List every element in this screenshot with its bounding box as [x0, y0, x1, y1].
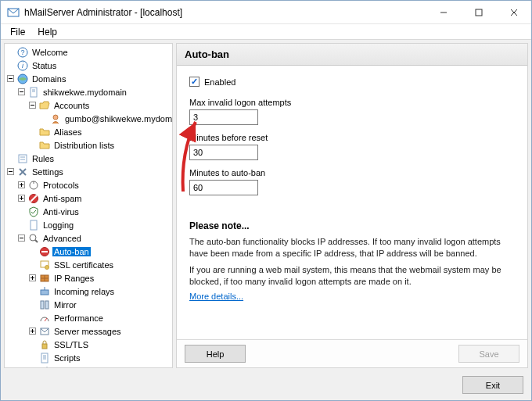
svg-point-19: [53, 115, 58, 120]
tree-pane[interactable]: ? Welcome i Status Domains: [4, 43, 173, 368]
status-icon: i: [16, 59, 29, 72]
network-icon: [38, 365, 51, 369]
tree-rules[interactable]: Rules: [6, 152, 173, 165]
tree-logging[interactable]: Logging: [17, 218, 173, 231]
tree-accounts[interactable]: Accounts: [28, 98, 173, 112]
minutes-ban-label: Minutes to auto-ban: [189, 168, 515, 177]
svg-rect-2: [476, 9, 482, 16]
expand-icon[interactable]: [17, 181, 26, 189]
enabled-checkbox[interactable]: ✓: [189, 77, 200, 87]
tree-tcpip[interactable]: TCP/IP ports: [28, 364, 173, 368]
svg-point-45: [45, 265, 49, 269]
svg-line-56: [45, 318, 47, 321]
menubar: File Help: [1, 24, 531, 40]
folder-icon: [38, 139, 51, 152]
maximize-button[interactable]: [461, 1, 496, 23]
minimize-button[interactable]: [426, 1, 461, 23]
tree-ipranges[interactable]: IP Ranges: [28, 271, 173, 285]
expand-icon[interactable]: [28, 274, 37, 282]
document-icon: [27, 86, 40, 98]
titlebar: hMailServer Administrator - [localhost]: [1, 1, 531, 24]
certificate-icon: [38, 259, 51, 271]
help-button[interactable]: Help: [185, 345, 246, 363]
save-button[interactable]: Save: [458, 345, 519, 363]
welcome-icon: ?: [16, 46, 29, 59]
svg-rect-62: [41, 353, 48, 363]
svg-line-41: [35, 240, 38, 242]
tree-mirror[interactable]: Mirror: [28, 298, 173, 311]
collapse-icon[interactable]: [17, 88, 26, 96]
tree-status[interactable]: i Status: [6, 59, 173, 72]
mirror-icon: [38, 299, 51, 311]
window-controls: [426, 1, 531, 23]
content-pane: Auto-ban ✓ Enabled Max invalid logon att…: [176, 43, 528, 368]
expand-icon[interactable]: [28, 327, 37, 335]
svg-rect-43: [41, 251, 48, 252]
globe-icon: [16, 73, 29, 85]
tools-icon: [16, 166, 29, 178]
tree-antivirus[interactable]: Anti-virus: [17, 205, 173, 218]
panel-footer: Help Save: [177, 339, 527, 367]
minutes-ban-input[interactable]: [189, 180, 258, 195]
app-icon: [7, 6, 20, 19]
tree-aliases[interactable]: Aliases: [28, 125, 173, 138]
rules-icon: [16, 152, 29, 165]
block-icon: [38, 245, 51, 258]
tree-account-gumbo[interactable]: gumbo@shikwekwe.mydomain: [39, 112, 173, 125]
script-icon: [38, 352, 51, 364]
relay-icon: [38, 285, 51, 298]
close-button[interactable]: [496, 1, 531, 23]
note-title: Please note...: [189, 220, 515, 231]
mail-icon: [38, 325, 51, 338]
tree-ssltls[interactable]: SSL/TLS: [28, 338, 173, 351]
magnifier-icon: [27, 232, 40, 245]
collapse-icon[interactable]: [17, 234, 26, 242]
tree-advanced[interactable]: Advanced: [17, 231, 173, 245]
tree-protocols[interactable]: Protocols: [17, 178, 173, 192]
tree-antispam[interactable]: Anti-spam: [17, 192, 173, 205]
collapse-icon[interactable]: [28, 101, 37, 109]
svg-rect-54: [41, 301, 44, 309]
svg-text:?: ?: [20, 48, 24, 56]
tree-servermessages[interactable]: Server messages: [28, 324, 173, 338]
collapse-icon[interactable]: [6, 167, 15, 176]
exit-button[interactable]: Exit: [462, 376, 523, 394]
user-icon: [49, 113, 62, 125]
note-p1: The auto-ban functionality blocks IP add…: [189, 236, 515, 260]
bottom-bar: Exit: [1, 371, 531, 400]
menu-file[interactable]: File: [4, 25, 31, 39]
tree-domain-shikwekwe[interactable]: shikwekwe.mydomain: [17, 85, 173, 98]
enabled-label: Enabled: [204, 77, 235, 87]
tree-domains[interactable]: Domains: [6, 72, 173, 85]
minutes-reset-input[interactable]: [189, 145, 258, 160]
max-attempts-input[interactable]: [189, 109, 258, 125]
svg-rect-52: [41, 290, 49, 295]
svg-rect-20: [19, 155, 27, 163]
panel-title: Auto-ban: [177, 44, 527, 66]
body-split: ? Welcome i Status Domains: [1, 40, 531, 371]
plug-icon: [27, 179, 40, 192]
tree-settings[interactable]: Settings: [6, 165, 173, 178]
note-p2: If you are running a web mail system, th…: [189, 264, 515, 288]
log-icon: [27, 219, 40, 231]
more-details-link[interactable]: More details...: [189, 292, 243, 301]
svg-rect-37: [31, 220, 37, 230]
menu-help[interactable]: Help: [31, 25, 63, 39]
tree-distlists[interactable]: Distribution lists: [28, 138, 173, 152]
svg-rect-55: [45, 301, 49, 309]
tree-autoban[interactable]: Auto-ban: [28, 245, 173, 258]
tree-welcome[interactable]: ? Welcome: [6, 45, 173, 59]
block-icon: [27, 192, 40, 205]
svg-rect-14: [31, 88, 37, 97]
collapse-icon[interactable]: [6, 74, 15, 83]
folder-open-icon: [38, 99, 51, 112]
tree-sslcerts[interactable]: SSL certificates: [28, 258, 173, 271]
expand-icon[interactable]: [17, 194, 26, 202]
minutes-reset-label: Minutes before reset: [189, 133, 515, 142]
folder-icon: [38, 126, 51, 138]
tree-scripts[interactable]: Scripts: [28, 351, 173, 364]
firewall-icon: [38, 272, 51, 285]
tree-incomingrelays[interactable]: Incoming relays: [28, 285, 173, 298]
gauge-icon: [38, 312, 51, 324]
tree-performance[interactable]: Performance: [28, 311, 173, 324]
